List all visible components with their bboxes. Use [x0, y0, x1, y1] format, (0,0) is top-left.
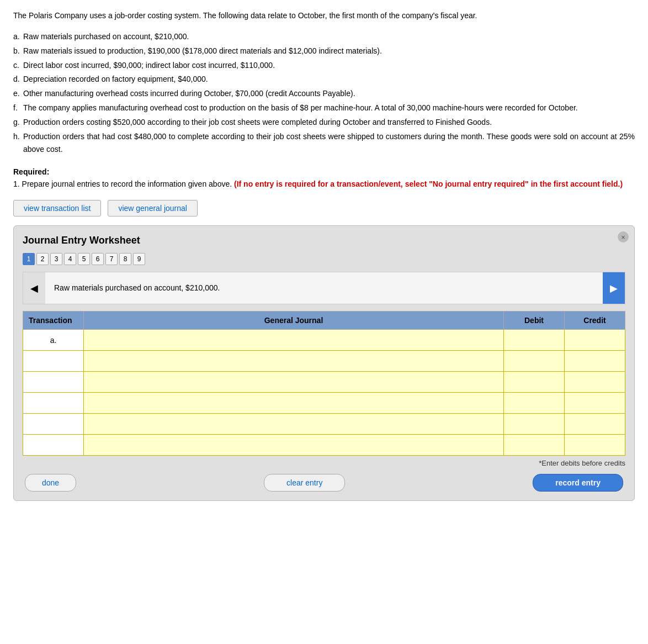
- journal-input-6[interactable]: [84, 435, 504, 456]
- credit-input-1[interactable]: [565, 330, 625, 351]
- tab-2[interactable]: 2: [36, 253, 49, 265]
- next-slide-button[interactable]: ▶: [603, 272, 625, 304]
- item-label-f: f.: [13, 102, 23, 115]
- debit-input-6[interactable]: [504, 435, 565, 456]
- journal-table: Transaction General Journal Debit Credit…: [23, 311, 625, 456]
- slide-content: Raw materials purchased on account, $210…: [45, 272, 603, 304]
- tab-6[interactable]: 6: [92, 253, 104, 265]
- item-label-g: g.: [13, 116, 23, 129]
- credit-field-4[interactable]: [569, 399, 620, 408]
- journal-input-4[interactable]: [84, 393, 504, 414]
- credit-field-3[interactable]: [569, 378, 620, 387]
- journal-input-3[interactable]: [84, 372, 504, 393]
- item-label-h: h.: [13, 130, 23, 144]
- required-title: Required:: [13, 167, 635, 176]
- debit-field-4[interactable]: [508, 399, 560, 408]
- col-header-debit: Debit: [504, 312, 565, 330]
- item-text-h: Production orders that had cost $480,000…: [23, 130, 635, 157]
- debit-input-1[interactable]: [504, 330, 565, 351]
- table-row: [23, 393, 625, 414]
- tab-9[interactable]: 9: [133, 253, 145, 265]
- page-tabs: 1 2 3 4 5 6 7 8 9: [23, 253, 625, 265]
- action-buttons: view transaction list view general journ…: [13, 200, 635, 217]
- list-item: g. Production orders costing $520,000 ac…: [13, 116, 635, 129]
- prev-slide-button[interactable]: ◀: [23, 272, 45, 304]
- journal-field-1[interactable]: [88, 336, 499, 345]
- clear-entry-button[interactable]: clear entry: [264, 474, 345, 492]
- transaction-cell-3: [23, 372, 84, 393]
- list-item: d. Depreciation recorded on factory equi…: [13, 73, 635, 86]
- col-header-transaction: Transaction: [23, 312, 84, 330]
- tab-5[interactable]: 5: [78, 253, 90, 265]
- list-item: b. Raw materials issued to production, $…: [13, 45, 635, 58]
- debit-field-2[interactable]: [508, 357, 560, 366]
- debit-input-3[interactable]: [504, 372, 565, 393]
- credit-field-6[interactable]: [569, 441, 620, 450]
- credit-input-3[interactable]: [565, 372, 625, 393]
- item-text-a: Raw materials purchased on account, $210…: [23, 30, 635, 44]
- debit-field-1[interactable]: [508, 336, 560, 345]
- debit-field-5[interactable]: [508, 420, 560, 429]
- debit-input-4[interactable]: [504, 393, 565, 414]
- slide-area: ◀ Raw materials purchased on account, $2…: [23, 272, 625, 304]
- transaction-cell-2: [23, 351, 84, 372]
- bottom-buttons: done clear entry record entry: [23, 474, 625, 492]
- journal-field-4[interactable]: [88, 399, 499, 408]
- transaction-cell-1: a.: [23, 330, 84, 351]
- item-text-e: Other manufacturing overhead costs incur…: [23, 87, 635, 101]
- list-item: f. The company applies manufacturing ove…: [13, 102, 635, 115]
- credit-field-2[interactable]: [569, 357, 620, 366]
- credit-input-4[interactable]: [565, 393, 625, 414]
- table-row: [23, 351, 625, 372]
- debit-input-5[interactable]: [504, 414, 565, 435]
- journal-field-3[interactable]: [88, 378, 499, 387]
- intro-text: The Polaris Company uses a job-order cos…: [13, 10, 635, 22]
- tab-3[interactable]: 3: [50, 253, 62, 265]
- items-list: a. Raw materials purchased on account, $…: [13, 30, 635, 156]
- item-text-d: Depreciation recorded on factory equipme…: [23, 73, 635, 86]
- record-entry-button[interactable]: record entry: [533, 474, 623, 492]
- list-item: a. Raw materials purchased on account, $…: [13, 30, 635, 44]
- journal-input-2[interactable]: [84, 351, 504, 372]
- journal-field-6[interactable]: [88, 441, 499, 450]
- debit-input-2[interactable]: [504, 351, 565, 372]
- list-item: e. Other manufacturing overhead costs in…: [13, 87, 635, 101]
- tab-1[interactable]: 1: [23, 253, 35, 265]
- view-general-journal-button[interactable]: view general journal: [108, 200, 198, 217]
- item-label-b: b.: [13, 45, 23, 58]
- journal-field-5[interactable]: [88, 420, 499, 429]
- item-text-c: Direct labor cost incurred, $90,000; ind…: [23, 59, 635, 72]
- list-item: c. Direct labor cost incurred, $90,000; …: [13, 59, 635, 72]
- credit-field-1[interactable]: [569, 336, 620, 345]
- credit-input-6[interactable]: [565, 435, 625, 456]
- worksheet-title: Journal Entry Worksheet: [23, 235, 625, 246]
- item-text-b: Raw materials issued to production, $190…: [23, 45, 635, 58]
- view-transaction-list-button[interactable]: view transaction list: [13, 200, 101, 217]
- tab-7[interactable]: 7: [105, 253, 118, 265]
- required-section: Required: 1. Prepare journal entries to …: [13, 167, 635, 190]
- credit-field-5[interactable]: [569, 420, 620, 429]
- transaction-cell-5: [23, 414, 84, 435]
- done-button[interactable]: done: [25, 474, 76, 492]
- list-item: h. Production orders that had cost $480,…: [13, 130, 635, 157]
- journal-entry-worksheet: × Journal Entry Worksheet 1 2 3 4 5 6 7 …: [13, 225, 635, 501]
- col-header-general-journal: General Journal: [84, 312, 504, 330]
- debit-field-3[interactable]: [508, 378, 560, 387]
- journal-input-1[interactable]: [84, 330, 504, 351]
- table-row: [23, 435, 625, 456]
- table-row: [23, 414, 625, 435]
- table-row: [23, 372, 625, 393]
- debit-field-6[interactable]: [508, 441, 560, 450]
- table-row: a.: [23, 330, 625, 351]
- instruction-start: 1. Prepare journal entries to record the…: [13, 180, 232, 188]
- tab-8[interactable]: 8: [119, 253, 131, 265]
- close-button[interactable]: ×: [618, 231, 629, 242]
- item-text-f: The company applies manufacturing overhe…: [23, 102, 635, 115]
- tab-4[interactable]: 4: [64, 253, 76, 265]
- journal-field-2[interactable]: [88, 357, 499, 366]
- credit-input-2[interactable]: [565, 351, 625, 372]
- journal-input-5[interactable]: [84, 414, 504, 435]
- item-text-g: Production orders costing $520,000 accor…: [23, 116, 635, 129]
- credit-input-5[interactable]: [565, 414, 625, 435]
- item-label-d: d.: [13, 73, 23, 86]
